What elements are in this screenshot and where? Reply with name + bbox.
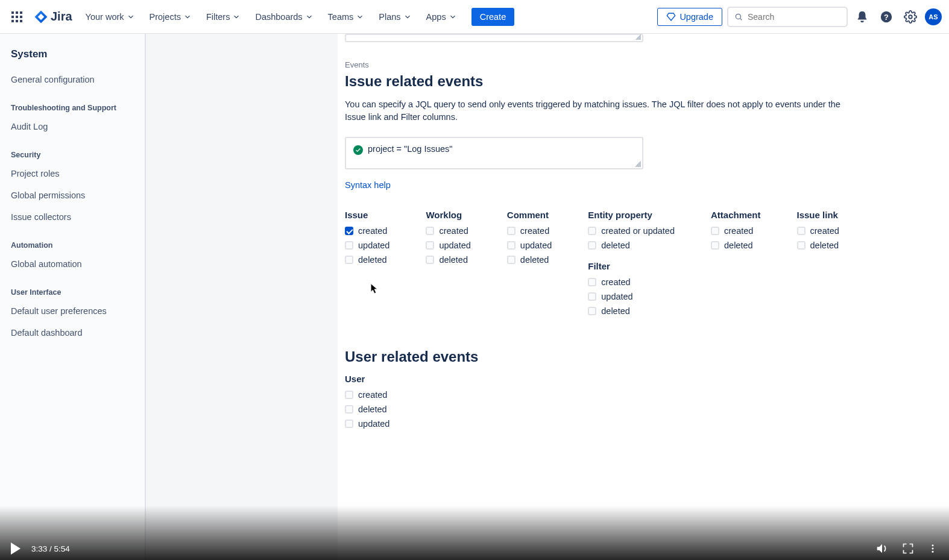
checkbox-worklog-created[interactable] bbox=[426, 227, 434, 235]
svg-rect-0 bbox=[11, 11, 14, 14]
issue-events-heading: Issue related events bbox=[345, 73, 935, 90]
sidebar-group-troubleshooting: Troubleshooting and Support bbox=[0, 90, 145, 116]
user-created-row[interactable]: created bbox=[345, 388, 935, 402]
nav-your-work[interactable]: Your work bbox=[80, 10, 141, 24]
page-layout: System General configuration Troubleshoo… bbox=[0, 34, 949, 560]
issue-updated-row[interactable]: updated bbox=[345, 238, 389, 253]
nav-dashboards[interactable]: Dashboards bbox=[249, 10, 319, 24]
content-gutter bbox=[145, 34, 338, 560]
checkbox-worklog-updated[interactable] bbox=[426, 241, 434, 250]
nav-filters[interactable]: Filters bbox=[200, 10, 247, 24]
notifications-icon[interactable] bbox=[853, 7, 872, 27]
avatar[interactable]: AS bbox=[925, 8, 942, 25]
checkbox-attachment-deleted[interactable] bbox=[711, 241, 719, 250]
syntax-help-link[interactable]: Syntax help bbox=[345, 180, 391, 190]
filter-deleted-row[interactable]: deleted bbox=[588, 304, 675, 318]
svg-line-10 bbox=[740, 18, 742, 20]
jql-valid-icon bbox=[353, 145, 363, 155]
chevron-down-icon bbox=[356, 13, 364, 21]
previous-textarea[interactable] bbox=[345, 34, 643, 42]
sidebar-item-global-automation[interactable]: Global automation bbox=[0, 253, 145, 275]
entity-deleted-row[interactable]: deleted bbox=[588, 238, 675, 253]
user-updated-row[interactable]: updated bbox=[345, 417, 935, 431]
issue-created-row[interactable]: created bbox=[345, 224, 389, 238]
sidebar-item-general-configuration[interactable]: General configuration bbox=[0, 69, 145, 90]
entity-created-updated-row[interactable]: created or updated bbox=[588, 224, 675, 238]
svg-rect-6 bbox=[11, 20, 14, 22]
checkbox-filter-created[interactable] bbox=[588, 278, 596, 286]
filter-created-row[interactable]: created bbox=[588, 275, 675, 289]
help-icon[interactable]: ? bbox=[877, 7, 896, 27]
checkbox-issuelink-created[interactable] bbox=[797, 227, 806, 235]
sidebar-item-audit-log[interactable]: Audit Log bbox=[0, 116, 145, 137]
worklog-deleted-row[interactable]: deleted bbox=[426, 253, 470, 267]
svg-point-13 bbox=[909, 15, 912, 19]
nav-teams[interactable]: Teams bbox=[322, 10, 371, 24]
issue-deleted-row[interactable]: deleted bbox=[345, 253, 389, 267]
col-filter-title: Filter bbox=[588, 261, 675, 271]
checkbox-user-deleted[interactable] bbox=[345, 405, 353, 414]
nav-plans[interactable]: Plans bbox=[373, 10, 417, 24]
event-grid: Issue created updated deleted Worklog cr… bbox=[345, 210, 935, 318]
worklog-created-row[interactable]: created bbox=[426, 224, 470, 238]
chevron-down-icon bbox=[127, 13, 135, 21]
sidebar-item-global-permissions[interactable]: Global permissions bbox=[0, 184, 145, 206]
svg-rect-2 bbox=[20, 11, 22, 14]
sidebar-item-project-roles[interactable]: Project roles bbox=[0, 163, 145, 184]
col-attachment-title: Attachment bbox=[711, 210, 761, 220]
col-issuelink: Issue link created deleted bbox=[797, 210, 839, 318]
search-box[interactable] bbox=[727, 7, 848, 27]
issuelink-deleted-row[interactable]: deleted bbox=[797, 238, 839, 253]
comment-updated-row[interactable]: updated bbox=[507, 238, 552, 253]
comment-deleted-row[interactable]: deleted bbox=[507, 253, 552, 267]
sidebar-item-default-user-preferences[interactable]: Default user preferences bbox=[0, 300, 145, 322]
jira-logo[interactable]: Jira bbox=[29, 10, 77, 24]
comment-created-row[interactable]: created bbox=[507, 224, 552, 238]
settings-icon[interactable] bbox=[901, 7, 920, 27]
diamond-icon bbox=[666, 12, 676, 22]
checkbox-filter-deleted[interactable] bbox=[588, 307, 596, 315]
checkbox-issuelink-deleted[interactable] bbox=[797, 241, 806, 250]
worklog-updated-row[interactable]: updated bbox=[426, 238, 470, 253]
user-deleted-row[interactable]: deleted bbox=[345, 402, 935, 417]
svg-rect-8 bbox=[20, 20, 22, 22]
sidebar-group-automation: Automation bbox=[0, 228, 145, 253]
chevron-down-icon bbox=[232, 13, 241, 21]
upgrade-button[interactable]: Upgrade bbox=[657, 8, 722, 26]
col-entity: Entity property created or updated delet… bbox=[588, 210, 675, 318]
svg-rect-1 bbox=[16, 11, 18, 14]
nav-apps[interactable]: Apps bbox=[420, 10, 463, 24]
svg-rect-3 bbox=[11, 16, 14, 18]
issuelink-created-row[interactable]: created bbox=[797, 224, 839, 238]
filter-updated-row[interactable]: updated bbox=[588, 289, 675, 304]
checkbox-user-updated[interactable] bbox=[345, 420, 353, 428]
col-comment: Comment created updated deleted bbox=[507, 210, 552, 318]
checkbox-issue-created[interactable] bbox=[345, 227, 353, 235]
checkbox-issue-updated[interactable] bbox=[345, 241, 353, 250]
checkbox-entity-deleted[interactable] bbox=[588, 241, 596, 250]
checkbox-comment-updated[interactable] bbox=[507, 241, 515, 250]
chevron-down-icon bbox=[449, 13, 457, 21]
checkbox-comment-created[interactable] bbox=[507, 227, 515, 235]
checkbox-attachment-created[interactable] bbox=[711, 227, 719, 235]
checkbox-filter-updated[interactable] bbox=[588, 292, 596, 301]
attachment-created-row[interactable]: created bbox=[711, 224, 761, 238]
jql-value: project = "Log Issues" bbox=[368, 144, 452, 154]
jql-input[interactable]: project = "Log Issues" bbox=[345, 137, 643, 169]
col-worklog-title: Worklog bbox=[426, 210, 470, 220]
search-input[interactable] bbox=[748, 12, 840, 22]
col-issue-title: Issue bbox=[345, 210, 389, 220]
checkbox-worklog-deleted[interactable] bbox=[426, 256, 434, 264]
col-issue: Issue created updated deleted bbox=[345, 210, 389, 318]
checkbox-issue-deleted[interactable] bbox=[345, 256, 353, 264]
checkbox-user-created[interactable] bbox=[345, 391, 353, 399]
attachment-deleted-row[interactable]: deleted bbox=[711, 238, 761, 253]
checkbox-entity-created-updated[interactable] bbox=[588, 227, 596, 235]
sidebar-item-issue-collectors[interactable]: Issue collectors bbox=[0, 206, 145, 228]
create-button[interactable]: Create bbox=[471, 8, 515, 26]
sidebar-item-default-dashboard[interactable]: Default dashboard bbox=[0, 322, 145, 344]
sidebar-group-user-interface: User Interface bbox=[0, 275, 145, 300]
nav-projects[interactable]: Projects bbox=[143, 10, 198, 24]
checkbox-comment-deleted[interactable] bbox=[507, 256, 515, 264]
app-switcher-icon[interactable] bbox=[7, 7, 27, 27]
